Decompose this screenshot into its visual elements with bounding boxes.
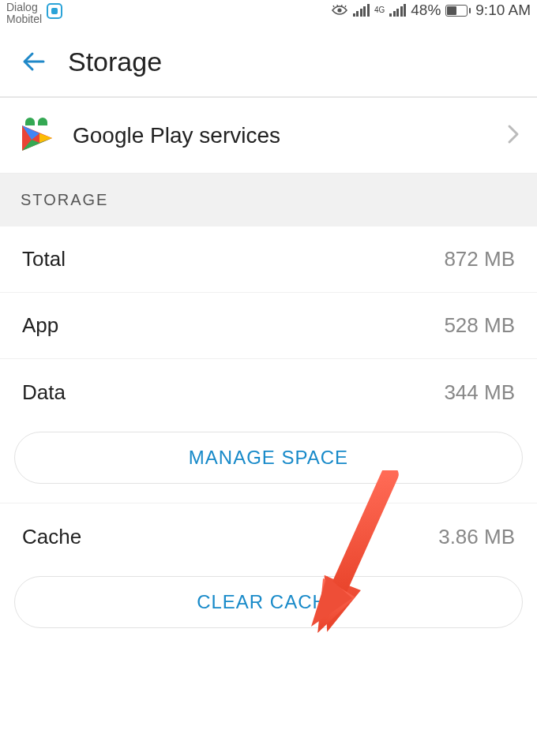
clear-cache-wrap: CLEAR CACHE [0,570,537,647]
data-indicator: 4G [374,6,385,14]
page-title: Storage [68,47,162,77]
svg-point-0 [337,8,341,12]
total-value: 872 MB [444,247,515,271]
cache-value: 3.86 MB [438,525,515,549]
cache-label: Cache [22,525,81,549]
row-app: App 528 MB [0,293,537,359]
manage-space-wrap: MANAGE SPACE [0,425,537,503]
app-row[interactable]: Google Play services [0,98,537,174]
app-size-value: 528 MB [444,313,515,338]
notification-app-icon [47,3,62,19]
section-header-storage: STORAGE [0,174,537,226]
clear-cache-button[interactable]: CLEAR CACHE [14,576,523,628]
row-total: Total 872 MB [0,226,537,293]
data-value: 344 MB [444,380,515,405]
app-name: Google Play services [73,123,507,148]
back-button[interactable] [14,42,54,81]
data-label: Data [22,380,66,405]
status-left: Dialog Mobitel [6,2,62,24]
battery-icon [445,5,471,17]
app-size-label: App [22,313,58,338]
chevron-right-icon [507,124,520,148]
row-cache: Cache 3.86 MB [0,503,537,570]
total-label: Total [22,247,66,271]
battery-percentage: 48% [411,2,441,19]
clock: 9:10 AM [475,2,531,19]
back-arrow-icon [18,46,50,77]
status-bar: Dialog Mobitel 4G 48% 9:10 AM [0,0,537,27]
status-right: 4G 48% 9:10 AM [331,2,531,19]
signal-bars-2-icon [389,4,406,17]
google-play-services-icon [17,116,57,155]
signal-bars-1-icon [353,4,370,17]
row-data: Data 344 MB [0,359,537,425]
title-bar: Storage [0,27,537,98]
carrier-label: Dialog Mobitel [6,2,42,24]
eye-comfort-icon [331,5,348,16]
manage-space-button[interactable]: MANAGE SPACE [14,432,523,484]
